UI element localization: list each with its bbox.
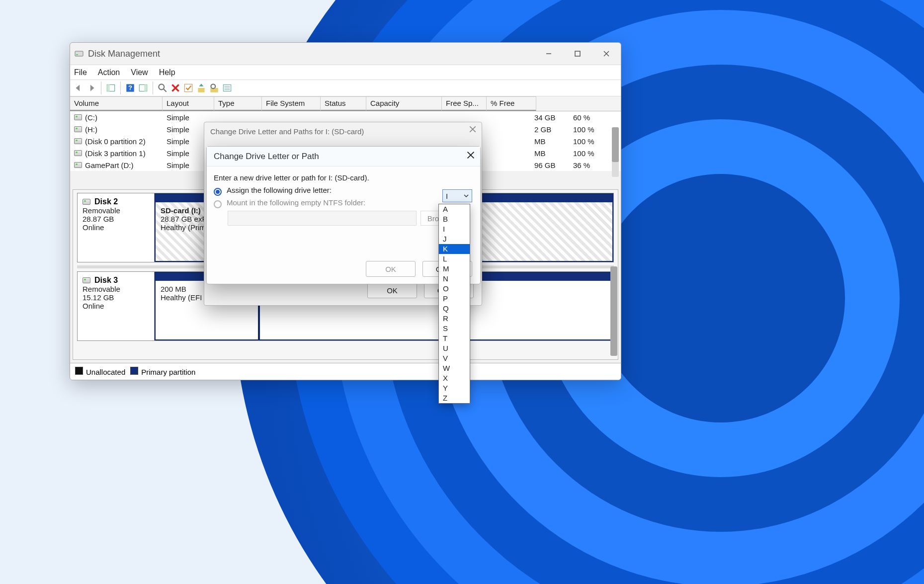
maximize-button[interactable] <box>563 43 592 65</box>
dialog1-title: Change Drive Letter and Paths for I: (SD… <box>210 127 364 136</box>
svg-point-28 <box>211 84 215 88</box>
disk-scrollbar[interactable] <box>610 266 617 376</box>
menu-view[interactable]: View <box>131 68 148 77</box>
column-volume[interactable]: Volume <box>70 96 163 111</box>
app-icon <box>74 49 84 59</box>
dropdown-option[interactable]: Z <box>439 393 470 403</box>
column-freesp[interactable]: Free Sp... <box>442 96 487 111</box>
menu-help[interactable]: Help <box>159 68 175 77</box>
svg-point-21 <box>159 84 164 89</box>
drive-letter-dropdown[interactable]: ABIJKLMNOPQRSTUVWXYZ <box>438 204 470 404</box>
toolbar: ? <box>70 80 621 96</box>
column-status[interactable]: Status <box>321 96 366 111</box>
legend-primary: Primary partition <box>141 368 195 376</box>
dropdown-option[interactable]: J <box>439 234 470 244</box>
disk-icon <box>83 199 90 205</box>
dropdown-option[interactable]: P <box>439 294 470 304</box>
dropdown-option[interactable]: W <box>439 363 470 373</box>
legend-footer: Unallocated Primary partition <box>70 363 621 380</box>
dropdown-option[interactable]: A <box>439 204 470 214</box>
window-title: Disk Management <box>88 49 160 59</box>
dropdown-option[interactable]: Y <box>439 383 470 393</box>
column-capacity[interactable]: Capacity <box>366 96 442 111</box>
radio-mount-folder[interactable] <box>214 200 222 208</box>
disk-icon <box>74 150 82 156</box>
dialog1-close-icon[interactable] <box>469 125 477 135</box>
dropdown-option[interactable]: M <box>439 264 470 274</box>
svg-rect-20 <box>144 84 147 91</box>
upload-icon[interactable] <box>196 83 207 93</box>
dropdown-option[interactable]: R <box>439 314 470 324</box>
minimize-button[interactable] <box>534 43 563 65</box>
dropdown-option[interactable]: L <box>439 254 470 264</box>
column-type[interactable]: Type <box>214 96 262 111</box>
titlebar[interactable]: Disk Management <box>70 43 621 65</box>
dropdown-option[interactable]: U <box>439 343 470 353</box>
check-icon[interactable] <box>183 83 194 93</box>
delete-icon[interactable] <box>170 83 181 93</box>
disk-icon <box>74 138 82 144</box>
dropdown-option[interactable]: T <box>439 334 470 343</box>
column-filesystem[interactable]: File System <box>262 96 321 111</box>
svg-rect-12 <box>575 51 580 56</box>
volume-scrollbar[interactable] <box>612 127 619 177</box>
dialog2-prompt: Enter a new drive letter or path for I: … <box>214 173 473 182</box>
menubar: File Action View Help <box>70 65 621 80</box>
dropdown-option[interactable]: K <box>439 244 470 254</box>
svg-rect-16 <box>107 84 110 91</box>
panel-icon[interactable] <box>105 83 116 93</box>
svg-text:?: ? <box>128 84 132 91</box>
search2-icon[interactable] <box>209 83 220 93</box>
dropdown-option[interactable]: V <box>439 353 470 363</box>
radio-assign-letter[interactable] <box>214 188 222 196</box>
svg-line-22 <box>164 89 167 92</box>
menu-action[interactable]: Action <box>98 68 120 77</box>
disk-icon <box>83 277 90 283</box>
back-icon[interactable] <box>73 83 84 93</box>
svg-rect-9 <box>75 51 83 56</box>
column-free[interactable]: % Free <box>487 96 536 111</box>
combo-value: I <box>446 192 448 200</box>
dropdown-option[interactable]: Q <box>439 304 470 314</box>
mount-path-input <box>228 211 417 226</box>
close-button[interactable] <box>592 43 621 65</box>
dialog1-ok-button[interactable]: OK <box>367 282 417 298</box>
label-mount-folder: Mount in the following empty NTFS folder… <box>227 198 365 207</box>
dropdown-option[interactable]: X <box>439 373 470 383</box>
svg-rect-25 <box>184 84 192 91</box>
menu-file[interactable]: File <box>74 68 87 77</box>
svg-rect-26 <box>198 88 204 92</box>
help-icon[interactable]: ? <box>125 83 136 93</box>
dialog2-title: Change Drive Letter or Path <box>214 152 319 162</box>
legend-unallocated: Unallocated <box>86 368 125 376</box>
disk-icon <box>74 114 82 120</box>
dropdown-option[interactable]: O <box>439 284 470 294</box>
dropdown-option[interactable]: I <box>439 224 470 234</box>
dropdown-option[interactable]: B <box>439 214 470 224</box>
list-icon[interactable] <box>222 83 233 93</box>
label-assign-letter: Assign the following drive letter: <box>227 186 332 194</box>
drive-letter-combo[interactable]: I <box>442 189 472 202</box>
disk-icon <box>74 162 82 168</box>
dialog2-ok-button[interactable]: OK <box>366 261 416 277</box>
svg-point-8 <box>596 174 845 422</box>
dialog2-close-icon[interactable] <box>466 151 475 162</box>
search-icon[interactable] <box>157 83 168 93</box>
panel2-icon[interactable] <box>138 83 149 93</box>
forward-icon[interactable] <box>86 83 97 93</box>
dropdown-option[interactable]: S <box>439 324 470 334</box>
dropdown-option[interactable]: N <box>439 274 470 284</box>
svg-rect-10 <box>76 54 78 55</box>
volume-columns: VolumeLayoutTypeFile SystemStatusCapacit… <box>70 96 621 111</box>
column-layout[interactable]: Layout <box>163 96 214 111</box>
disk-icon <box>74 126 82 132</box>
